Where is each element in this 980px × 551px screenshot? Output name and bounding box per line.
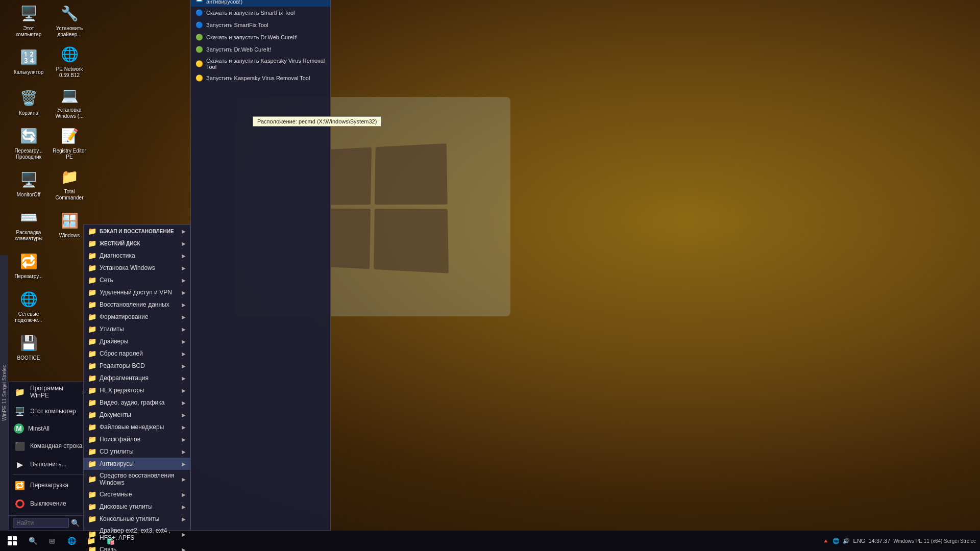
icon-img-pe-network: 🌐 (59, 44, 80, 64)
submenu-item-kaspersky-run[interactable]: 🟡 Запустить Kaspersky Virus Removal Tool (191, 72, 330, 84)
search-icon[interactable]: 🔍 (71, 519, 80, 527)
start-menu-programs[interactable]: 📁 Программы WinPE ▶ (9, 382, 92, 402)
folder-item-hdd[interactable]: 📁 ЖЕСТКИЙ ДИСК ▶ (84, 237, 190, 249)
desktop-icon-monitor-off[interactable]: 🖥️ MonitorOff (8, 163, 49, 204)
folder-item-sys-recovery[interactable]: 📁 Средство восстановления Windows ▶ (84, 470, 190, 488)
clock[interactable]: 14:37:37 (868, 537, 890, 544)
start-menu-shutdown[interactable]: ⭕ Выключение (9, 494, 92, 513)
divider-2 (13, 514, 88, 514)
shutdown-label: Выключение (30, 500, 66, 507)
folder-item-ext-driver[interactable]: 📁 Драйвер ext2, ext3, ext4 , HFS+, APFS … (84, 525, 190, 543)
folder-label-disk-utils: Дисковые утилиты (100, 503, 153, 510)
tray-volume-icon[interactable]: 🔊 (842, 537, 850, 545)
start-menu-this-pc[interactable]: 🖥️ Этот компьютер (9, 402, 92, 420)
submenu-item-drweb-dl[interactable]: 🟢 Скачать и запустить Dr.Web CureIt! (191, 31, 330, 43)
folder-item-system[interactable]: 📁 Системные ▶ (84, 488, 190, 500)
tray-lang[interactable]: ENG (853, 538, 866, 544)
desktop-icon-restart-explorer[interactable]: 🔄 Перезагру... Проводник (8, 122, 49, 163)
folder-icon-file-search: 📁 (88, 435, 96, 443)
folder-label-antivirus: Антивирусы (100, 460, 134, 467)
icon-label-bootice: BOOTICE (17, 355, 40, 361)
folder-item-backup[interactable]: 📁 БЭКАП И ВОССТАНОВЛЕНИЕ ▶ (84, 225, 190, 237)
start-button[interactable] (2, 532, 22, 550)
tray-icons: 🔺 🌐 🔊 (822, 537, 850, 545)
folder-item-antivirus[interactable]: 📁 Антивирусы ▶ (84, 458, 190, 470)
folder-item-connection[interactable]: 📁 Связь ▶ (84, 543, 190, 551)
folder-item-file-mgr[interactable]: 📁 Файловые менеджеры ▶ (84, 421, 190, 433)
submenu-icon-drweb-dl: 🟢 (195, 33, 203, 41)
folder-label-ext-driver: Драйвер ext2, ext3, ext4 , HFS+, APFS (100, 527, 179, 541)
search-taskbar-btn[interactable]: 🔍 (23, 532, 42, 550)
submenu-item-drweb-run[interactable]: 🟢 Запустить Dr.Web CureIt! (191, 43, 330, 56)
desktop-icon-reboot[interactable]: 🔁 Перезагру... (8, 245, 49, 286)
submenu-label-smartfix-dl: Скачать и запустить SmartFix Tool (206, 10, 295, 16)
folder-item-file-search[interactable]: 📁 Поиск файлов ▶ (84, 433, 190, 445)
folder-item-defrag[interactable]: 📁 Дефрагментация ▶ (84, 372, 190, 384)
edge-btn[interactable]: 🌐 (62, 532, 81, 550)
folder-item-bcd[interactable]: 📁 Редакторы BCD ▶ (84, 360, 190, 372)
desktop-icon-registry-editor[interactable]: 📝 Registry Editor PE (49, 122, 90, 163)
folder-label-connection: Связь (100, 546, 116, 551)
tray-expand-icon[interactable]: 🔺 (822, 537, 830, 545)
folder-item-network[interactable]: 📁 Сеть ▶ (84, 274, 190, 286)
folder-icon-format: 📁 (88, 313, 96, 321)
tray-network-icon[interactable]: 🌐 (832, 537, 840, 545)
folder-label-install-win: Установка Windows (100, 264, 155, 271)
submenu-item-ramdisk[interactable]: 💾 Ramdisk (Запустить перед запуском анти… (191, 0, 330, 7)
submenu-item-kaspersky-dl[interactable]: 🟡 Скачать и запустить Kaspersky Virus Re… (191, 56, 330, 72)
desktop-icon-recycle[interactable]: 🗑️ Корзина (8, 82, 49, 122)
folder-item-remote[interactable]: 📁 Удаленный доступ и VPN ▶ (84, 286, 190, 298)
folder-item-docs[interactable]: 📁 Документы ▶ (84, 409, 190, 421)
icon-img-restart-explorer: 🔄 (18, 126, 39, 146)
desktop-icon-install-driver[interactable]: 🔧 Установить драйвер... (49, 0, 90, 41)
icon-label-windows: Windows (59, 233, 80, 239)
folder-label-remote: Удаленный доступ и VPN (100, 289, 172, 296)
folder-item-media[interactable]: 📁 Видео, аудио, графика ▶ (84, 396, 190, 409)
start-menu: 📁 Программы WinPE ▶ 🖥️ Этот компьютер M … (8, 381, 92, 531)
icon-label-total-commander: Total Commander (51, 189, 88, 201)
desktop-icon-pe-network[interactable]: 🌐 PE Network 0.59.B12 (49, 41, 90, 82)
folder-icon-network: 📁 (88, 276, 96, 284)
start-menu-cmd[interactable]: ⬛ Командная строка (9, 437, 92, 455)
start-menu-run[interactable]: ▶ Выполнить... (9, 455, 92, 473)
folder-item-format[interactable]: 📁 Форматирование ▶ (84, 311, 190, 323)
folder-item-utils[interactable]: 📁 Утилиты ▶ (84, 323, 190, 335)
desktop-icon-install-windows[interactable]: 💻 Установка Windows (... (49, 82, 90, 122)
submenu-label-drweb-run: Запустить Dr.Web CureIt! (206, 46, 271, 53)
folder-item-cd-utils[interactable]: 📁 CD утилиты ▶ (84, 445, 190, 458)
folder-item-console-utils[interactable]: 📁 Консольные утилиты ▶ (84, 513, 190, 525)
icon-img-reboot: 🔁 (18, 251, 39, 271)
start-menu-restart[interactable]: 🔁 Перезагрузка (9, 476, 92, 494)
submenu-item-smartfix-dl[interactable]: 🔵 Скачать и запустить SmartFix Tool (191, 7, 330, 19)
folder-label-docs: Документы (100, 411, 131, 418)
task-view-btn[interactable]: ⊞ (43, 532, 61, 550)
folder-item-install-win[interactable]: 📁 Установка Windows ▶ (84, 262, 190, 274)
folder-icon-passwords: 📁 (88, 349, 96, 358)
desktop-icon-calc[interactable]: 🔢 Калькулятор (8, 41, 49, 82)
desktop-icon-this-pc[interactable]: 🖥️ Этот компьютер (8, 0, 49, 41)
folder-item-data-recovery[interactable]: 📁 Восстановление данных ▶ (84, 298, 190, 311)
clock-time: 14:37:37 (868, 537, 890, 544)
folder-item-disk-utils[interactable]: 📁 Дисковые утилиты ▶ (84, 500, 190, 513)
desktop-icon-total-commander[interactable]: 📁 Total Commander (49, 163, 90, 204)
this-pc-icon: 🖥️ (14, 405, 26, 417)
folder-label-diagnostics: Диагностика (100, 252, 135, 259)
desktop-icon-keyboard-layout[interactable]: ⌨️ Раскладка клавиатуры (8, 204, 49, 245)
submenu-label-kaspersky-run: Запустить Kaspersky Virus Removal Tool (206, 75, 310, 81)
restart-icon: 🔁 (14, 479, 26, 491)
folder-item-diagnostics[interactable]: 📁 Диагностика ▶ (84, 249, 190, 262)
desktop-icon-bootice[interactable]: 💾 BOOTICE (8, 327, 49, 367)
desktop-icon-network[interactable]: 🌐 Сетевые подключе... (8, 286, 49, 327)
submenu-item-smartfix-run[interactable]: 🔵 Запустить SmartFix Tool (191, 19, 330, 31)
shutdown-icon: ⭕ (14, 497, 26, 510)
folder-icon-cd-utils: 📁 (88, 447, 96, 456)
folder-item-passwords[interactable]: 📁 Сброс паролей ▶ (84, 347, 190, 360)
folder-icon-data-recovery: 📁 (88, 300, 96, 309)
folder-item-drivers[interactable]: 📁 Драйверы ▶ (84, 335, 190, 347)
search-input[interactable] (13, 518, 69, 528)
folder-item-hex[interactable]: 📁 HEX редакторы ▶ (84, 384, 190, 396)
start-menu-minstall[interactable]: M MinstAll (9, 420, 92, 437)
icon-img-keyboard-layout: ⌨️ (18, 207, 39, 228)
icon-label-pe-network: PE Network 0.59.B12 (51, 66, 88, 79)
submenu-icon-smartfix-run: 🔵 (195, 21, 203, 29)
